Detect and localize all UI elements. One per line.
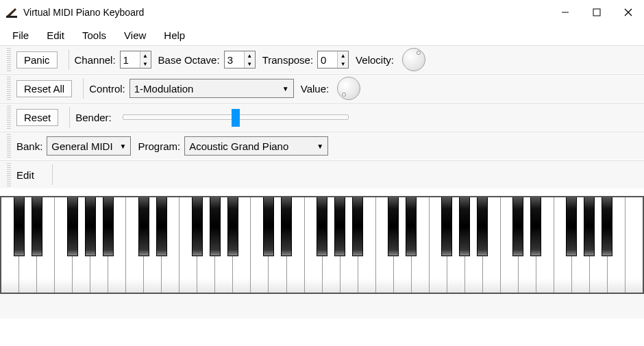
black-key[interactable] [103, 197, 114, 256]
transpose-label: Transpose: [262, 54, 313, 66]
window-title: Virtual MIDI Piano Keyboard [23, 7, 549, 18]
reset-button[interactable]: Reset [16, 109, 58, 126]
toolbar-control: Reset All Control: 1-Modulation ▼ Value: [0, 74, 644, 103]
spin-down-icon[interactable]: ▼ [338, 60, 348, 68]
control-combo[interactable]: 1-Modulation ▼ [129, 79, 294, 98]
menu-help[interactable]: Help [156, 27, 193, 44]
app-icon [5, 6, 18, 18]
knob-indicator [342, 92, 346, 97]
black-key[interactable] [227, 197, 238, 256]
toolbar-handle[interactable] [7, 163, 11, 186]
toolbar-handle[interactable] [7, 106, 11, 129]
black-key[interactable] [317, 197, 327, 256]
baseoctave-spinbox[interactable]: 3 ▲▼ [224, 51, 256, 69]
toolbar-handle[interactable] [7, 134, 11, 158]
toolbar-edit: Edit [0, 160, 644, 189]
menu-file[interactable]: File [4, 27, 37, 44]
menu-view[interactable]: View [116, 27, 154, 44]
black-key[interactable] [281, 197, 292, 256]
black-key[interactable] [584, 197, 595, 256]
toolbar-bender: Reset Bender: [0, 103, 644, 132]
svg-rect-0 [6, 16, 17, 18]
transpose-value: 0 [318, 51, 337, 68]
baseoctave-label: Base Octave: [158, 54, 220, 66]
transpose-spinbox[interactable]: 0 ▲▼ [317, 51, 349, 69]
black-key[interactable] [441, 197, 452, 256]
slider-thumb[interactable] [232, 109, 240, 127]
black-key[interactable] [512, 197, 523, 256]
separator [69, 49, 69, 70]
program-value: Acoustic Grand Piano [189, 140, 310, 152]
toolbar-channel: Panic Channel: 1 ▲▼ Base Octave: 3 ▲▼ Tr… [0, 45, 644, 74]
panic-button[interactable]: Panic [16, 51, 58, 69]
black-key[interactable] [32, 197, 42, 256]
black-key[interactable] [85, 197, 96, 256]
reset-all-button[interactable]: Reset All [16, 80, 72, 97]
black-key[interactable] [334, 197, 345, 256]
bender-slider[interactable] [123, 114, 349, 120]
bank-value: General MIDI [51, 140, 112, 152]
toolbar-program: Bank: General MIDI ▼ Program: Acoustic G… [0, 132, 644, 160]
chevron-down-icon: ▼ [113, 143, 127, 150]
minimize-button[interactable] [549, 0, 581, 25]
black-key[interactable] [602, 197, 612, 256]
control-value: 1-Modulation [134, 83, 275, 95]
black-key[interactable] [138, 197, 149, 256]
velocity-knob[interactable] [402, 48, 425, 71]
status-area [0, 294, 644, 319]
black-key[interactable] [530, 197, 541, 256]
value-knob[interactable] [337, 77, 360, 100]
piano-keyboard[interactable] [0, 196, 644, 294]
black-key[interactable] [406, 197, 417, 256]
spin-up-icon[interactable]: ▲ [338, 51, 348, 60]
black-key[interactable] [566, 197, 577, 256]
black-key[interactable] [156, 197, 167, 256]
spin-down-icon[interactable]: ▼ [140, 60, 151, 68]
toolbar-handle[interactable] [7, 48, 11, 71]
program-combo[interactable]: Acoustic Grand Piano ▼ [184, 136, 328, 156]
chevron-down-icon: ▼ [310, 143, 323, 150]
menubar: File Edit Tools View Help [0, 25, 644, 45]
baseoctave-value: 3 [225, 51, 244, 68]
black-key[interactable] [388, 197, 399, 256]
black-key[interactable] [192, 197, 203, 256]
control-label: Control: [89, 83, 125, 95]
separator [52, 164, 53, 185]
bank-label: Bank: [16, 140, 42, 152]
velocity-label: Velocity: [356, 54, 394, 66]
knob-indicator [417, 51, 421, 55]
menu-edit[interactable]: Edit [38, 27, 73, 44]
edit-button[interactable]: Edit [16, 167, 41, 183]
spin-down-icon[interactable]: ▼ [245, 60, 255, 68]
channel-spinbox[interactable]: 1 ▲▼ [120, 51, 151, 69]
menu-tools[interactable]: Tools [74, 27, 114, 44]
window-controls [549, 0, 644, 25]
bank-combo[interactable]: General MIDI ▼ [47, 136, 131, 156]
toolbar-handle[interactable] [7, 77, 11, 100]
chevron-down-icon: ▼ [275, 85, 289, 92]
program-label: Program: [138, 140, 180, 152]
black-key[interactable] [210, 197, 221, 256]
black-key[interactable] [67, 197, 78, 256]
value-label: Value: [301, 83, 329, 95]
spin-up-icon[interactable]: ▲ [140, 51, 151, 60]
svg-rect-2 [593, 9, 600, 16]
black-key[interactable] [352, 197, 363, 256]
close-button[interactable] [612, 0, 644, 25]
separator [69, 107, 70, 127]
bender-label: Bender: [75, 112, 112, 123]
titlebar: Virtual MIDI Piano Keyboard [0, 0, 644, 25]
black-key[interactable] [263, 197, 274, 256]
channel-value: 1 [121, 51, 140, 68]
separator [83, 78, 84, 99]
spin-up-icon[interactable]: ▲ [245, 51, 255, 60]
black-key[interactable] [14, 197, 25, 256]
channel-label: Channel: [75, 54, 116, 66]
black-key[interactable] [459, 197, 470, 256]
black-key[interactable] [477, 197, 488, 256]
maximize-button[interactable] [581, 0, 612, 25]
